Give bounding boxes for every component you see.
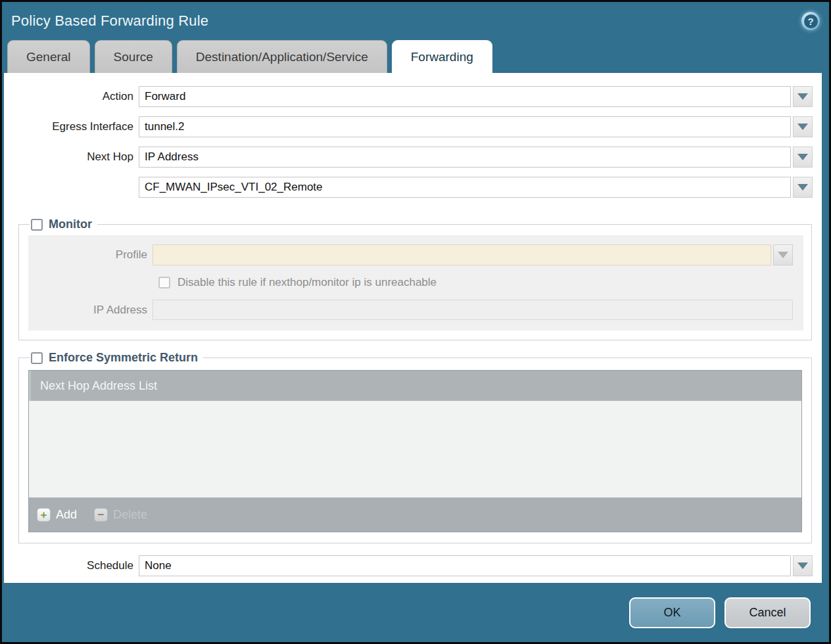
- action-combobox: Forward: [139, 86, 813, 107]
- chevron-down-icon: [797, 184, 808, 191]
- action-row: Action Forward: [4, 86, 813, 107]
- action-value[interactable]: Forward: [139, 86, 791, 107]
- dialog-footer: OK Cancel: [2, 583, 829, 642]
- next-hop-address-row: CF_MWAN_IPsec_VTI_02_Remote: [4, 177, 813, 198]
- chevron-down-icon: [797, 93, 808, 100]
- next-hop-row: Next Hop IP Address: [4, 147, 813, 168]
- dialog-title: Policy Based Forwarding Rule: [11, 12, 208, 30]
- next-hop-address-combobox: CF_MWAN_IPsec_VTI_02_Remote: [139, 177, 813, 198]
- enforce-symmetric-return-legend-label: Enforce Symmetric Return: [49, 351, 198, 365]
- egress-interface-dropdown-button[interactable]: [793, 116, 813, 137]
- schedule-label: Schedule: [4, 559, 139, 572]
- next-hop-address-dropdown-button[interactable]: [793, 177, 813, 198]
- add-plus-icon: +: [37, 508, 51, 522]
- add-button-label: Add: [56, 508, 77, 522]
- profile-value: [153, 244, 771, 265]
- profile-label: Profile: [28, 248, 153, 262]
- monitor-ip-address-row: IP Address: [28, 300, 793, 320]
- help-icon[interactable]: ?: [801, 12, 820, 30]
- enforce-symmetric-return-legend: Enforce Symmetric Return: [30, 351, 203, 365]
- next-hop-type-value[interactable]: IP Address: [139, 147, 791, 168]
- delete-button[interactable]: − Delete: [94, 508, 147, 522]
- tab-bar: General Source Destination/Application/S…: [2, 40, 829, 73]
- tab-general[interactable]: General: [7, 40, 90, 73]
- next-hop-address-list-body[interactable]: [29, 401, 801, 497]
- monitor-checkbox[interactable]: [31, 219, 43, 231]
- delete-button-label: Delete: [113, 508, 147, 522]
- profile-combobox: [153, 244, 793, 265]
- egress-interface-row: Egress Interface tunnel.2: [4, 116, 813, 137]
- next-hop-address-list-header[interactable]: Next Hop Address List: [29, 371, 801, 401]
- tab-forwarding[interactable]: Forwarding: [392, 40, 492, 73]
- enforce-symmetric-return-section: Enforce Symmetric Return Next Hop Addres…: [18, 351, 812, 543]
- schedule-dropdown-button[interactable]: [793, 555, 813, 576]
- next-hop-address-list-table: Next Hop Address List + Add − Delete: [28, 370, 802, 532]
- monitor-disabled-panel: Profile Disable this rule if nexthop/mon…: [28, 235, 803, 331]
- spacer: [4, 207, 822, 218]
- next-hop-label: Next Hop: [4, 150, 139, 164]
- forwarding-tab-panel: Action Forward Egress Interface tunnel.2…: [4, 73, 822, 583]
- schedule-value[interactable]: None: [139, 555, 791, 576]
- next-hop-address-value[interactable]: CF_MWAN_IPsec_VTI_02_Remote: [139, 177, 791, 198]
- enforce-symmetric-return-checkbox[interactable]: [31, 352, 43, 364]
- monitor-ip-address-label: IP Address: [28, 304, 153, 317]
- monitor-section: Monitor Profile Disable this rule if nex…: [18, 218, 812, 340]
- egress-interface-combobox: tunnel.2: [139, 116, 813, 137]
- profile-row: Profile: [28, 244, 794, 265]
- profile-dropdown-button: [773, 244, 793, 265]
- dialog-titlebar: Policy Based Forwarding Rule ?: [2, 2, 829, 40]
- chevron-down-icon: [778, 252, 788, 258]
- monitor-legend: Monitor: [30, 218, 97, 231]
- disable-rule-row: Disable this rule if nexthop/monitor ip …: [158, 276, 803, 289]
- chevron-down-icon: [797, 563, 808, 569]
- add-button[interactable]: + Add: [37, 508, 77, 522]
- next-hop-type-dropdown-button[interactable]: [793, 147, 813, 168]
- egress-interface-label: Egress Interface: [4, 120, 139, 133]
- delete-minus-icon: −: [94, 508, 108, 522]
- help-question-glyph: ?: [804, 14, 818, 28]
- next-hop-type-combobox: IP Address: [139, 147, 813, 168]
- schedule-row: Schedule None: [4, 555, 813, 576]
- action-dropdown-button[interactable]: [793, 86, 813, 107]
- monitor-legend-label: Monitor: [49, 218, 92, 231]
- pbf-rule-dialog: Policy Based Forwarding Rule ? General S…: [0, 0, 831, 644]
- next-hop-address-list-toolbar: + Add − Delete: [29, 497, 801, 532]
- egress-interface-value[interactable]: tunnel.2: [139, 116, 791, 137]
- cancel-button[interactable]: Cancel: [724, 597, 811, 628]
- tab-destination-application-service[interactable]: Destination/Application/Service: [177, 40, 387, 73]
- spacer: [4, 340, 822, 351]
- monitor-ip-address-input: [153, 300, 793, 320]
- chevron-down-icon: [797, 154, 808, 160]
- tab-source[interactable]: Source: [95, 40, 172, 73]
- action-label: Action: [4, 90, 139, 103]
- ok-button[interactable]: OK: [629, 597, 715, 628]
- schedule-combobox: None: [139, 555, 813, 576]
- disable-rule-checkbox: [158, 277, 170, 288]
- chevron-down-icon: [797, 124, 808, 130]
- disable-rule-label: Disable this rule if nexthop/monitor ip …: [178, 276, 437, 289]
